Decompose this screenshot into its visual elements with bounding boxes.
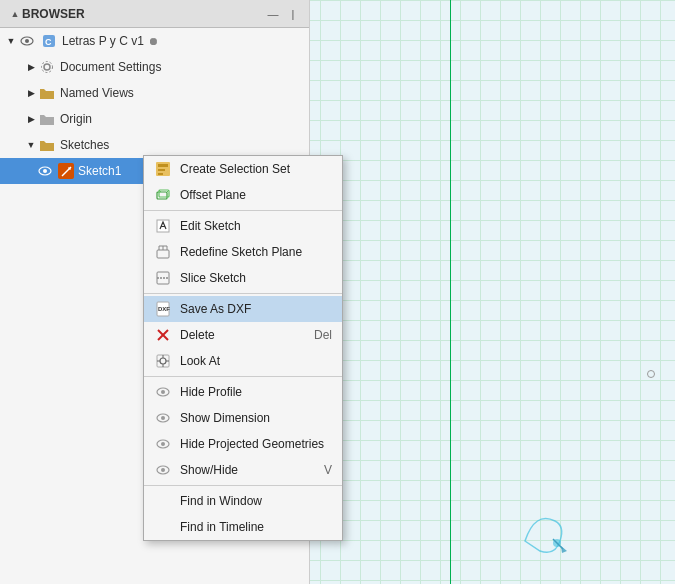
tree-item-root[interactable]: ▼ C Letras P y C v1 ⏺ — [0, 28, 309, 54]
svg-point-35 — [161, 390, 165, 394]
delete-label: Delete — [180, 328, 306, 342]
show-hide-label: Show/Hide — [180, 463, 316, 477]
show-hide-eye-icon — [154, 461, 172, 479]
hide-projected-eye-icon — [154, 435, 172, 453]
menu-item-show-hide[interactable]: Show/Hide V — [144, 457, 342, 483]
menu-item-hide-projected[interactable]: Hide Projected Geometries — [144, 431, 342, 457]
svg-text:DXF: DXF — [158, 306, 170, 312]
show-dimension-label: Show Dimension — [180, 411, 332, 425]
hide-profile-eye-icon — [154, 383, 172, 401]
svg-point-9 — [43, 169, 47, 173]
tree-item-named-views[interactable]: ▶ Named Views — [0, 80, 309, 106]
origin-arrow[interactable]: ▶ — [24, 112, 38, 126]
menu-item-hide-profile[interactable]: Hide Profile — [144, 379, 342, 405]
look-at-label: Look At — [180, 354, 332, 368]
svg-marker-1 — [561, 546, 567, 553]
svg-point-3 — [25, 39, 29, 43]
menu-item-create-selection-set[interactable]: Create Selection Set — [144, 156, 342, 182]
delete-shortcut: Del — [314, 328, 332, 342]
find-in-timeline-icon — [154, 518, 172, 536]
svg-rect-14 — [158, 173, 163, 175]
menu-item-redefine-sketch-plane[interactable]: Redefine Sketch Plane — [144, 239, 342, 265]
sketch1-label: Sketch1 — [78, 164, 121, 178]
tree-item-origin[interactable]: ▶ Origin — [0, 106, 309, 132]
menu-item-find-in-window[interactable]: Find in Window — [144, 488, 342, 514]
point-marker — [647, 370, 655, 378]
separator-4 — [144, 485, 342, 486]
svg-rect-13 — [158, 169, 165, 171]
browser-header: ▲ BROWSER — | — [0, 0, 309, 28]
hide-projected-label: Hide Projected Geometries — [180, 437, 332, 451]
origin-folder-icon — [38, 110, 56, 128]
delete-icon — [154, 326, 172, 344]
redefine-sketch-plane-icon — [154, 243, 172, 261]
find-in-window-label: Find in Window — [180, 494, 332, 508]
separator-2 — [144, 293, 342, 294]
hide-profile-label: Hide Profile — [180, 385, 332, 399]
doc-settings-arrow[interactable]: ▶ — [24, 60, 38, 74]
tree-item-doc-settings[interactable]: ▶ Document Settings — [0, 54, 309, 80]
doc-settings-gear-icon — [38, 58, 56, 76]
svg-rect-20 — [157, 250, 169, 258]
offset-plane-icon — [154, 186, 172, 204]
named-views-label: Named Views — [60, 86, 134, 100]
sketch1-sketch-icon — [58, 163, 74, 179]
menu-item-delete[interactable]: Delete Del — [144, 322, 342, 348]
svg-point-37 — [161, 416, 165, 420]
root-component-icon: C — [40, 32, 58, 50]
svg-point-29 — [160, 358, 166, 364]
browser-collapse-arrow[interactable]: ▲ — [8, 7, 22, 21]
slice-sketch-label: Slice Sketch — [180, 271, 332, 285]
separator-3 — [144, 376, 342, 377]
show-dimension-eye-icon — [154, 409, 172, 427]
menu-item-offset-plane[interactable]: Offset Plane — [144, 182, 342, 208]
record-icon: ⏺ — [148, 35, 159, 47]
menu-item-save-as-dxf[interactable]: DXF Save As DXF — [144, 296, 342, 322]
context-menu: Create Selection Set Offset Plane — [143, 155, 343, 541]
look-at-icon — [154, 352, 172, 370]
menu-item-show-dimension[interactable]: Show Dimension — [144, 405, 342, 431]
sketches-folder-icon — [38, 136, 56, 154]
offset-plane-label: Offset Plane — [180, 188, 332, 202]
create-selection-set-label: Create Selection Set — [180, 162, 332, 176]
browser-title: BROWSER — [22, 7, 265, 21]
browser-separator-icon: | — [285, 6, 301, 22]
svg-text:C: C — [45, 37, 52, 47]
sketch-cursor — [515, 501, 575, 564]
edit-sketch-icon — [154, 217, 172, 235]
show-hide-shortcut: V — [324, 463, 332, 477]
menu-item-edit-sketch[interactable]: Edit Sketch — [144, 213, 342, 239]
slice-sketch-icon — [154, 269, 172, 287]
separator-1 — [144, 210, 342, 211]
root-arrow[interactable]: ▼ — [4, 34, 18, 48]
browser-header-icons: — | — [265, 6, 301, 22]
named-views-folder-icon — [38, 84, 56, 102]
doc-settings-label: Document Settings — [60, 60, 161, 74]
svg-point-6 — [44, 64, 50, 70]
find-in-window-icon — [154, 492, 172, 510]
menu-item-find-in-timeline[interactable]: Find in Timeline — [144, 514, 342, 540]
find-in-timeline-label: Find in Timeline — [180, 520, 332, 534]
menu-item-look-at[interactable]: Look At — [144, 348, 342, 374]
svg-point-7 — [42, 62, 53, 73]
sketch1-eye-icon[interactable] — [36, 162, 54, 180]
save-as-dxf-label: Save As DXF — [180, 302, 332, 316]
create-selection-set-icon — [154, 160, 172, 178]
svg-rect-12 — [158, 164, 168, 167]
root-label: Letras P y C v1 — [62, 34, 144, 48]
menu-item-slice-sketch[interactable]: Slice Sketch — [144, 265, 342, 291]
named-views-arrow[interactable]: ▶ — [24, 86, 38, 100]
axis-line-vertical — [450, 0, 451, 584]
edit-sketch-label: Edit Sketch — [180, 219, 332, 233]
sketches-label: Sketches — [60, 138, 109, 152]
browser-minus-icon[interactable]: — — [265, 6, 281, 22]
origin-label: Origin — [60, 112, 92, 126]
save-as-dxf-icon: DXF — [154, 300, 172, 318]
svg-point-41 — [161, 468, 165, 472]
root-eye-icon[interactable] — [18, 32, 36, 50]
browser-panel: ▲ BROWSER — | ▼ C Letras P y C v1 ⏺ ▶ Do… — [0, 0, 310, 584]
redefine-sketch-plane-label: Redefine Sketch Plane — [180, 245, 332, 259]
svg-point-39 — [161, 442, 165, 446]
sketches-arrow[interactable]: ▼ — [24, 138, 38, 152]
